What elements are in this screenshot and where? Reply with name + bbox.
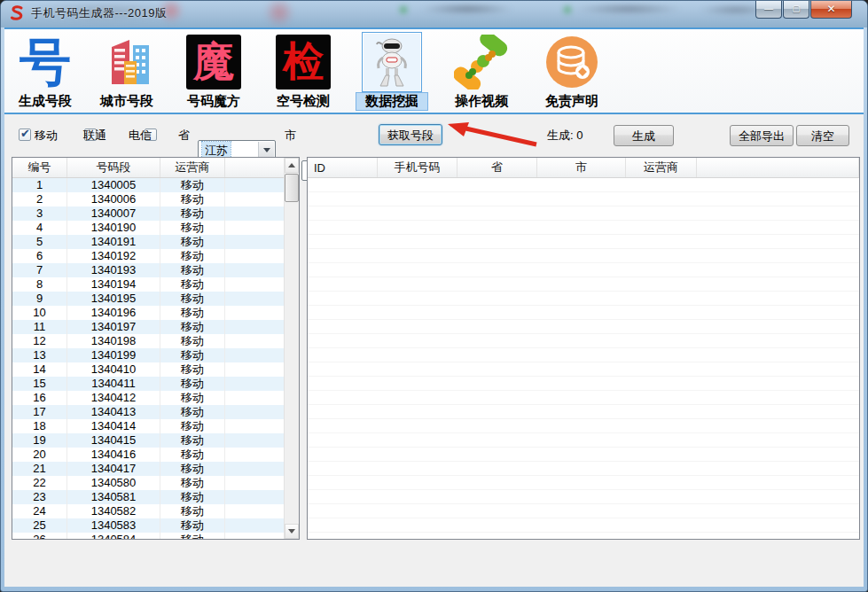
results-table-header[interactable]: ID 手机号码 省 市 运营商	[308, 158, 859, 178]
cell-filler	[225, 405, 285, 419]
cell-filler	[225, 320, 285, 334]
cell-segment: 1340411	[67, 377, 160, 391]
cell-segment: 1340191	[67, 235, 160, 249]
cell-operator: 移动	[160, 320, 225, 334]
segments-table-body: 1 1340005 移动 2 1340006 移动 3	[12, 178, 285, 539]
cell-segment: 1340198	[67, 334, 160, 348]
cell-segment: 1340006	[67, 192, 160, 206]
cell-filler	[225, 533, 285, 539]
table-row[interactable]: 7 1340193 移动	[12, 263, 285, 277]
results-table-body	[308, 178, 859, 539]
table-row[interactable]: 10 1340196 移动	[12, 306, 285, 320]
table-row[interactable]: 24 1340582 移动	[12, 504, 285, 518]
toolbar-item-number-cube[interactable]: 魔 号码魔方	[178, 34, 249, 110]
number-glyph-icon: 号	[17, 34, 74, 90]
toolbar-item-empty-check[interactable]: 检 空号检测	[268, 34, 339, 110]
header-operator[interactable]: 运营商	[626, 158, 697, 177]
clear-button[interactable]: 清空	[796, 125, 849, 146]
table-row[interactable]: 18 1340414 移动	[12, 419, 285, 433]
cell-index: 21	[12, 462, 67, 476]
cell-index: 1	[12, 178, 67, 192]
table-row[interactable]: 16 1340412 移动	[12, 391, 285, 405]
cell-segment: 1340417	[67, 462, 160, 476]
checkbox-mobile[interactable]	[19, 129, 31, 141]
segments-table-header[interactable]: 编号 号码段 运营商	[12, 158, 285, 178]
cell-operator: 移动	[160, 192, 225, 206]
toolbar-item-disclaimer[interactable]: 免责声明	[536, 34, 607, 110]
table-row[interactable]: 26 1340584 移动	[12, 533, 285, 539]
table-row[interactable]: 6 1340192 移动	[12, 249, 285, 263]
export-all-button[interactable]: 全部导出	[730, 125, 794, 146]
header-index[interactable]: 编号	[12, 158, 67, 177]
table-row[interactable]: 15 1340411 移动	[12, 377, 285, 391]
title-bar[interactable]: 手机号码生成器---2019版 — ▢ ✕	[1, 1, 867, 27]
toolbar-item-label: 生成号段	[10, 93, 81, 110]
app-window: 手机号码生成器---2019版 — ▢ ✕ 号 生成号段	[0, 0, 868, 592]
segments-scrollbar[interactable]	[284, 158, 299, 539]
cell-segment: 1340410	[67, 362, 160, 377]
cell-index: 6	[12, 249, 67, 263]
table-row[interactable]: 14 1340410 移动	[12, 362, 285, 377]
header-id[interactable]: ID	[308, 158, 378, 177]
table-row[interactable]: 23 1340581 移动	[12, 490, 285, 504]
cell-filler	[225, 178, 285, 192]
header-phone[interactable]: 手机号码	[378, 158, 457, 177]
table-row[interactable]: 8 1340194 移动	[12, 277, 285, 292]
cell-index: 26	[12, 533, 67, 539]
toolbar-item-tutorial-video[interactable]: 操作视频	[446, 34, 517, 110]
cell-operator: 移动	[160, 490, 225, 504]
table-row[interactable]: 9 1340195 移动	[12, 292, 285, 306]
cell-operator: 移动	[160, 206, 225, 221]
table-row[interactable]: 19 1340415 移动	[12, 433, 285, 448]
empty-number-check-icon: 检	[275, 34, 332, 90]
fetch-segments-button[interactable]: 获取号段	[379, 124, 442, 145]
cell-index: 5	[12, 235, 67, 249]
cell-filler	[225, 433, 285, 448]
maximize-button[interactable]: ▢	[783, 1, 809, 19]
header-segment[interactable]: 号码段	[67, 158, 160, 177]
cell-index: 9	[12, 292, 67, 306]
table-row[interactable]: 1 1340005 移动	[12, 178, 285, 192]
cell-operator: 移动	[160, 433, 225, 448]
cell-segment: 1340414	[67, 419, 160, 433]
table-row[interactable]: 4 1340190 移动	[12, 221, 285, 235]
city-buildings-icon	[98, 34, 155, 90]
close-button[interactable]: ✕	[810, 1, 852, 19]
scroll-down-icon[interactable]	[285, 524, 299, 539]
table-row[interactable]: 2 1340006 移动	[12, 192, 285, 206]
toolbar-item-label: 免责声明	[536, 93, 607, 110]
cell-index: 24	[12, 504, 67, 518]
table-row[interactable]: 11 1340197 移动	[12, 320, 285, 334]
cell-operator: 移动	[160, 292, 225, 306]
checkbox-unicom-label: 联通	[83, 128, 106, 144]
scroll-up-icon[interactable]	[285, 158, 299, 173]
toolbar-item-data-mining[interactable]: 数据挖掘	[356, 34, 427, 110]
results-table: ID 手机号码 省 市 运营商	[307, 157, 860, 540]
table-row[interactable]: 12 1340198 移动	[12, 334, 285, 348]
table-row[interactable]: 25 1340583 移动	[12, 518, 285, 533]
table-row[interactable]: 17 1340413 移动	[12, 405, 285, 419]
cell-index: 14	[12, 362, 67, 377]
toolbar-item-city-segments[interactable]: 城市号段	[91, 34, 162, 110]
minimize-button[interactable]: —	[755, 1, 782, 19]
cell-segment: 1340190	[67, 221, 160, 235]
header-operator[interactable]: 运营商	[160, 158, 225, 177]
table-row[interactable]: 5 1340191 移动	[12, 235, 285, 249]
cell-index: 20	[12, 448, 67, 462]
table-row[interactable]: 3 1340007 移动	[12, 206, 285, 221]
cell-index: 3	[12, 206, 67, 221]
generate-button[interactable]: 生成	[614, 125, 674, 146]
scrollbar-thumb[interactable]	[285, 174, 299, 202]
cell-segment: 1340413	[67, 405, 160, 419]
table-row[interactable]: 22 1340580 移动	[12, 476, 285, 490]
table-row[interactable]: 20 1340416 移动	[12, 448, 285, 462]
toolbar-item-generate-segments[interactable]: 号 生成号段	[10, 34, 81, 110]
table-row[interactable]: 21 1340417 移动	[12, 462, 285, 476]
table-row[interactable]: 13 1340199 移动	[12, 348, 285, 362]
cell-segment: 1340416	[67, 448, 160, 462]
header-province[interactable]: 省	[457, 158, 537, 177]
coins-icon	[543, 34, 600, 90]
header-city[interactable]: 市	[537, 158, 626, 177]
cell-index: 22	[12, 476, 67, 490]
client-area: 号 生成号段	[4, 27, 864, 587]
